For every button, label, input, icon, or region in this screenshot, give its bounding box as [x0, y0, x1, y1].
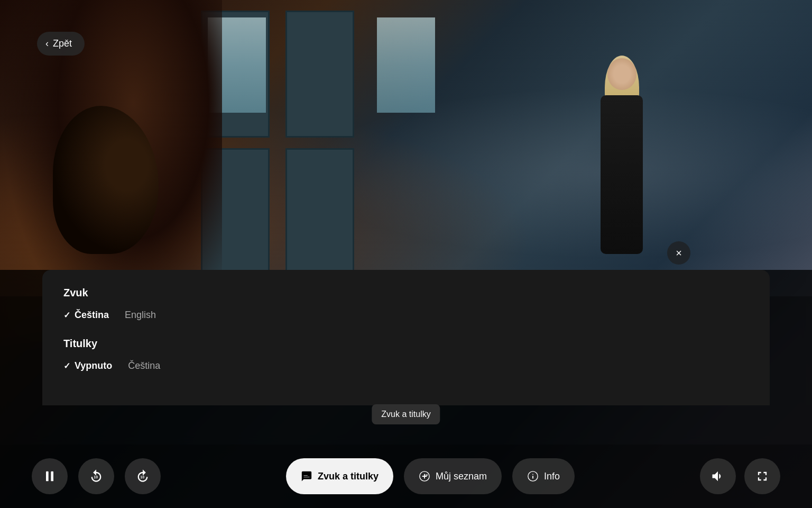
woman-head — [607, 58, 636, 90]
svg-point-7 — [532, 474, 533, 475]
subtitle-vypnuto-label: Vypnuto — [75, 360, 112, 371]
subtitle-options: ✓ Vypnuto Čeština — [63, 360, 749, 371]
center-controls: Zvuk a titulky Můj seznam Info — [171, 458, 689, 494]
svg-rect-8 — [532, 476, 533, 479]
back-chevron-icon: ‹ — [45, 38, 49, 49]
controls-bar: 10 10 Zvuk a titulky Můj seznam — [0, 444, 812, 508]
forward-10-icon: 10 — [135, 469, 150, 484]
subtitle-cestina-label: Čeština — [128, 360, 160, 371]
my-list-button-label: Můj seznam — [436, 471, 487, 482]
audio-subtitle-tooltip: Zvuk a titulky — [372, 404, 440, 424]
close-button[interactable]: × — [667, 241, 690, 265]
svg-rect-5 — [426, 474, 428, 476]
rewind-10-icon: 10 — [89, 469, 104, 484]
door-panel-right2 — [285, 148, 354, 275]
subtitle-icon — [301, 470, 312, 482]
right-controls — [700, 458, 780, 494]
close-icon: × — [676, 247, 682, 259]
info-button-label: Info — [544, 471, 560, 482]
subtitle-option-vypnuto[interactable]: ✓ Vypnuto — [63, 360, 112, 371]
audio-cestina-label: Čeština — [75, 310, 109, 321]
woman-figure — [590, 53, 653, 275]
pause-icon — [42, 469, 57, 484]
svg-rect-0 — [46, 471, 49, 482]
man-head — [53, 106, 159, 254]
my-list-button[interactable]: Můj seznam — [404, 458, 502, 494]
audio-subtitle-menu: Zvuk ✓ Čeština English Titulky ✓ Vypnuto — [42, 270, 770, 405]
check-icon-vypnuto: ✓ — [63, 361, 70, 371]
svg-text:10: 10 — [94, 475, 98, 479]
forward-10-button[interactable]: 10 — [125, 458, 161, 494]
tooltip-text: Zvuk a titulky — [381, 410, 430, 419]
rewind-10-button[interactable]: 10 — [78, 458, 114, 494]
audio-subtitle-button-label: Zvuk a titulky — [318, 471, 379, 482]
back-button[interactable]: ‹ Zpět — [37, 32, 85, 56]
subtitle-section-title: Titulky — [63, 338, 749, 350]
volume-button[interactable] — [700, 458, 736, 494]
audio-options: ✓ Čeština English — [63, 310, 749, 321]
subtitle-section: Titulky ✓ Vypnuto Čeština — [63, 338, 749, 371]
glass-pane-right — [377, 17, 435, 113]
fullscreen-icon — [755, 469, 770, 484]
svg-text:10: 10 — [140, 475, 144, 479]
fullscreen-button[interactable] — [744, 458, 780, 494]
add-list-icon — [419, 470, 430, 482]
audio-option-cestina[interactable]: ✓ Čeština — [63, 310, 109, 321]
audio-english-label: English — [125, 310, 156, 321]
check-icon-cestina: ✓ — [63, 310, 70, 320]
subtitle-option-cestina[interactable]: Čeština — [128, 360, 160, 371]
volume-icon — [710, 469, 725, 484]
door-structure — [201, 11, 359, 286]
info-icon — [527, 470, 539, 482]
info-button[interactable]: Info — [512, 458, 575, 494]
pause-button[interactable] — [32, 458, 68, 494]
woman-body — [601, 95, 643, 254]
audio-option-english[interactable]: English — [125, 310, 156, 321]
audio-subtitle-button[interactable]: Zvuk a titulky — [286, 458, 393, 494]
audio-section-title: Zvuk — [63, 287, 749, 299]
door-panel-right — [285, 11, 354, 138]
svg-rect-1 — [51, 471, 53, 482]
back-button-label: Zpět — [53, 38, 72, 49]
audio-section: Zvuk ✓ Čeština English — [63, 287, 749, 321]
